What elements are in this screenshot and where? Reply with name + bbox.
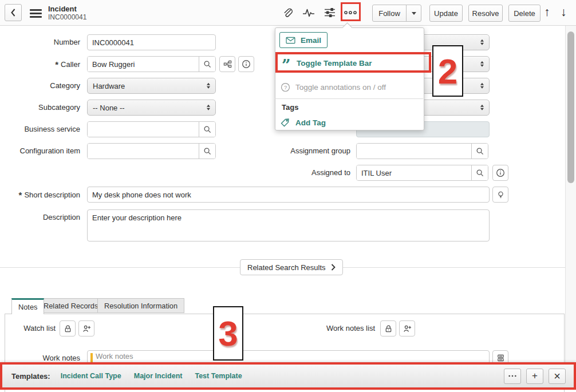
template-bar-more-button[interactable] — [504, 369, 521, 384]
org-chart-icon — [223, 60, 232, 69]
business-service-label: Business service — [0, 121, 80, 137]
related-search-results-button[interactable]: Related Search Results — [240, 259, 343, 275]
personalize-form-button[interactable] — [323, 6, 337, 19]
business-service-lookup — [87, 121, 216, 137]
templates-label: Templates: — [11, 372, 50, 381]
attachment-button[interactable] — [281, 6, 294, 19]
select-arrows-icon — [480, 61, 484, 67]
more-options-icon — [508, 374, 517, 378]
template-bar: Templates: Incident Call Type Major Inci… — [0, 362, 576, 390]
work-notes-list-lock-button[interactable] — [380, 320, 396, 336]
caller-input[interactable] — [88, 57, 199, 72]
delete-button[interactable]: Delete — [508, 5, 541, 22]
work-notes-list-add-person-button[interactable] — [399, 320, 415, 336]
menu-item-toggle-annotations[interactable]: ? Toggle annotations on / off — [281, 79, 386, 95]
caller-lookup — [87, 56, 216, 72]
template-bar-add-button[interactable]: + — [526, 369, 543, 384]
incident-form-page: Incident INC0000041 Follow Update Resolv… — [0, 0, 576, 392]
info-icon — [496, 168, 505, 177]
subcategory-select[interactable]: -- None -- — [87, 100, 216, 116]
required-marker: * — [55, 60, 58, 69]
plus-icon: + — [532, 370, 538, 382]
record-number: INC0000041 — [48, 13, 86, 21]
assigned-to-input[interactable] — [357, 165, 471, 180]
close-icon: × — [554, 370, 561, 383]
watch-list-add-person-button[interactable] — [78, 320, 94, 336]
assigned-to-info-button[interactable] — [492, 165, 508, 181]
watch-list-label: Watch list — [0, 320, 56, 336]
caller-search-button[interactable] — [199, 57, 215, 72]
number-label: Number — [0, 34, 80, 50]
follow-dropdown-button[interactable] — [406, 5, 421, 22]
caret-down-icon — [412, 12, 416, 15]
assigned-to-label: Assigned to — [263, 165, 350, 181]
search-icon — [203, 147, 212, 156]
activity-stream-button[interactable] — [302, 6, 315, 19]
select-arrows-icon — [480, 83, 484, 89]
question-circle-icon: ? — [281, 82, 295, 92]
search-icon — [203, 125, 212, 134]
tab-resolution-information[interactable]: Resolution Information — [97, 298, 184, 313]
select-arrows-icon — [207, 105, 210, 110]
assignment-group-lookup — [356, 143, 488, 159]
watch-list-lock-button[interactable] — [60, 320, 76, 336]
scrollbar-thumb[interactable] — [567, 31, 574, 183]
template-link-test-template[interactable]: Test Template — [195, 372, 242, 380]
chevron-left-icon — [10, 8, 16, 17]
description-textarea[interactable]: Enter your description here — [87, 209, 490, 241]
person-add-icon — [403, 324, 412, 333]
back-button[interactable] — [5, 4, 22, 21]
assigned-to-lookup — [356, 165, 488, 181]
template-link-incident-call-type[interactable]: Incident Call Type — [61, 372, 121, 380]
lock-icon — [384, 324, 393, 333]
resolve-button[interactable]: Resolve — [468, 5, 503, 22]
category-label: Category — [0, 78, 80, 94]
header-bar: Incident INC0000041 Follow Update Resolv… — [0, 0, 576, 26]
assigned-to-search-button[interactable] — [471, 165, 488, 180]
tab-related-records[interactable]: Related Records — [37, 298, 105, 313]
category-select[interactable]: Hardware — [87, 78, 216, 94]
caller-info-button[interactable] — [238, 56, 254, 72]
caller-org-chart-button[interactable] — [219, 56, 235, 72]
configuration-item-input[interactable] — [88, 144, 199, 159]
template-link-major-incident[interactable]: Major Incident — [134, 372, 183, 380]
update-button[interactable]: Update — [429, 5, 463, 22]
tag-icon — [281, 118, 295, 127]
tab-notes[interactable]: Notes — [11, 298, 44, 314]
business-service-search-button[interactable] — [199, 122, 215, 137]
select-arrows-icon — [207, 83, 210, 89]
stacked-cards-icon — [496, 354, 505, 362]
caller-label: *Caller — [0, 56, 80, 73]
follow-button[interactable]: Follow — [372, 5, 407, 22]
sliders-icon — [324, 7, 336, 18]
suggestion-bulb-button[interactable] — [492, 187, 508, 203]
person-add-icon — [82, 324, 91, 333]
annotation-step-2: 2 — [432, 45, 463, 97]
svg-text:?: ? — [284, 84, 287, 90]
short-description-input[interactable] — [87, 187, 490, 203]
assignment-group-input[interactable] — [357, 144, 471, 159]
menu-item-email[interactable]: Email — [279, 32, 328, 48]
info-icon — [242, 60, 251, 69]
next-record-button[interactable]: ↓ — [561, 5, 567, 19]
annotation-step-3: 3 — [213, 306, 243, 361]
configuration-item-label: Configuration item — [0, 143, 80, 159]
menu-item-add-tag[interactable]: Add Tag — [281, 114, 326, 130]
number-input[interactable] — [87, 34, 216, 50]
lock-icon — [64, 324, 72, 333]
template-bar-close-button[interactable]: × — [549, 369, 566, 384]
description-label: Description — [0, 209, 80, 225]
menu-divider — [275, 98, 423, 99]
page-title: Incident — [48, 5, 86, 13]
search-icon — [476, 169, 484, 177]
configuration-item-search-button[interactable] — [199, 144, 215, 159]
work-notes-list-label: Work notes list — [263, 320, 375, 336]
business-service-input[interactable] — [88, 122, 199, 137]
annotation-box-more-options — [341, 2, 361, 21]
previous-record-button[interactable]: ↑ — [544, 5, 550, 19]
search-icon — [476, 147, 484, 156]
assignment-group-search-button[interactable] — [471, 144, 488, 159]
annotation-box-toggle-template-bar — [275, 52, 431, 73]
context-menu-icon[interactable] — [30, 7, 42, 19]
required-marker: * — [19, 190, 22, 200]
